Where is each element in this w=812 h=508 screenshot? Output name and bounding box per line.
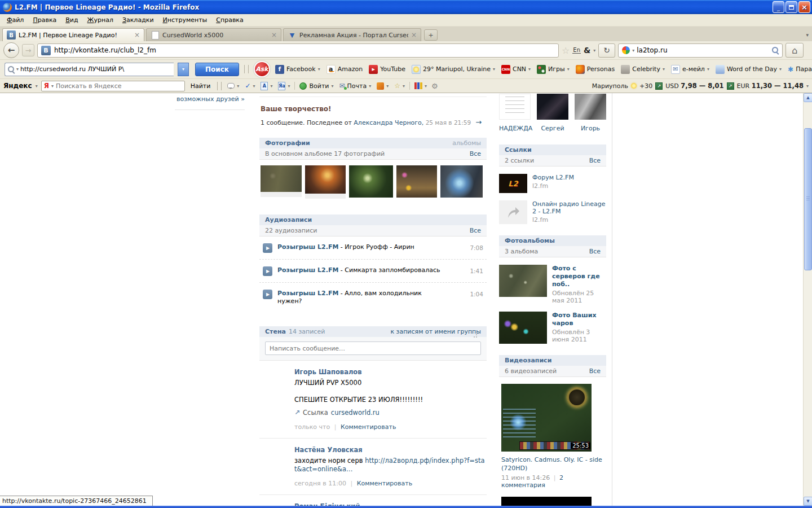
facebook-button[interactable]: f Facebook▾: [274, 64, 321, 75]
album-item[interactable]: Фото с серверов где поб.. Обновлён 25 ма…: [499, 265, 606, 304]
email-button[interactable]: ✉ е-мейл▾: [670, 64, 710, 75]
menu-tools[interactable]: Инструменты: [158, 15, 212, 25]
member-photo[interactable]: [575, 94, 606, 120]
cnn-button[interactable]: CNN CNN▾: [500, 64, 532, 75]
post-author-link[interactable]: Роман Білінський: [294, 502, 360, 506]
audio-all-link[interactable]: Все: [470, 227, 481, 234]
ask-search-dropdown[interactable]: ▾: [178, 63, 189, 76]
translate-button[interactable]: А▾: [259, 81, 273, 91]
toolbar-splitter[interactable]: [217, 82, 222, 90]
link-title[interactable]: Форум L2.FM: [532, 174, 574, 181]
videos-header[interactable]: Видеозаписи: [505, 357, 551, 364]
yandex-find-button[interactable]: Найти: [188, 82, 213, 90]
videos-all-link[interactable]: Все: [589, 367, 601, 375]
photo-thumbnail[interactable]: [396, 165, 437, 198]
topic-author-link[interactable]: Александра Черного,: [354, 119, 423, 126]
tab-close-icon[interactable]: ×: [134, 31, 140, 39]
forward-button[interactable]: →: [22, 44, 34, 56]
weather-button[interactable]: 29° Mariupol, Ukraine▾: [411, 64, 496, 75]
link-title[interactable]: Онлайн радио Lineage 2 - L2.FM: [532, 200, 606, 215]
eur-rate[interactable]: EUR 11,30 — 11,48: [737, 82, 804, 90]
member-item[interactable]: Игорь: [575, 94, 606, 132]
temperature[interactable]: +30: [639, 82, 652, 90]
audio-track[interactable]: ▶ Розыгрыш L2.FM - Алло, вам холодильник…: [259, 283, 487, 312]
link-item[interactable]: L2 Форум L2.FM l2.fm: [499, 174, 606, 193]
album-item[interactable]: Фото Ваших чаров Обновлён 3 июня 2011: [499, 312, 606, 344]
member-photo[interactable]: [537, 94, 568, 120]
scroll-down-button[interactable]: ▼: [804, 497, 812, 506]
video-thumbnail[interactable]: Что я Глад: [501, 497, 592, 506]
gear-icon[interactable]: ⚙: [431, 82, 438, 90]
topic-arrow-link[interactable]: →: [475, 118, 482, 126]
rates-caret-icon[interactable]: ▾: [806, 84, 809, 89]
usd-rate[interactable]: USD 7,98 — 8,01: [665, 82, 723, 90]
yandex-search-field[interactable]: Я ▾: [41, 81, 185, 91]
magnifier-icon[interactable]: [772, 47, 779, 54]
personas-button[interactable]: Personas: [575, 64, 616, 75]
photos-header[interactable]: Фотографии: [265, 139, 310, 147]
tab-close-icon[interactable]: ×: [271, 31, 277, 39]
back-button[interactable]: ←: [3, 42, 19, 58]
vertical-scrollbar[interactable]: ▲ ▼: [803, 93, 812, 506]
mail-button[interactable]: ✉Почта▾: [338, 81, 372, 91]
member-item[interactable]: НАДЕЖДА: [499, 94, 531, 132]
play-button[interactable]: ▶: [263, 290, 272, 299]
post-author-link[interactable]: Игорь Шаповалов: [294, 368, 362, 376]
member-name-link[interactable]: НАДЕЖДА: [499, 125, 532, 132]
city-label[interactable]: Мариуполь: [592, 82, 628, 90]
ask-search-button[interactable]: Поиск: [195, 63, 239, 76]
tab-close-icon[interactable]: ×: [411, 31, 417, 39]
photos-all-link[interactable]: Все: [470, 150, 481, 157]
audio-header[interactable]: Аудиозаписи: [265, 216, 312, 224]
widgets-button[interactable]: ▾: [413, 81, 428, 90]
translate-pair-button[interactable]: Яа▾: [277, 81, 291, 91]
comment-link[interactable]: Комментировать: [341, 423, 396, 431]
keyboard-layout-indicator[interactable]: En: [572, 47, 581, 54]
menu-view[interactable]: Вид: [61, 15, 82, 25]
ask-search-caret-icon[interactable]: ▾: [16, 67, 19, 72]
tab-portal[interactable]: ▼ Рекламная Акция - Портал CursedWorld ×: [283, 28, 421, 41]
play-button[interactable]: ▶: [263, 266, 272, 276]
links-header[interactable]: Ссылки: [505, 146, 532, 154]
audio-track[interactable]: ▶ Розыгрыш L2.FM - Игрок Руофф - Аирин 7…: [259, 237, 487, 260]
amazon-button[interactable]: a Amazon: [325, 64, 364, 75]
scroll-up-button[interactable]: ▲: [804, 93, 812, 102]
menu-history[interactable]: Журнал: [83, 15, 118, 25]
addon-icon[interactable]: &: [584, 46, 590, 55]
youtube-button[interactable]: ▶ YouTube: [368, 64, 407, 75]
comment-link[interactable]: Комментировать: [357, 480, 412, 487]
url-bar[interactable]: B: [37, 43, 559, 58]
video-thumbnail[interactable]: 25:53: [501, 384, 592, 452]
yandex-caret-icon[interactable]: ▾: [36, 84, 38, 89]
addon-caret-icon[interactable]: ▾: [593, 48, 595, 53]
topic-title-link[interactable]: Ваше творчество!: [261, 105, 331, 113]
search-engine-caret-icon[interactable]: ▾: [632, 48, 634, 53]
member-item[interactable]: Сергей: [537, 94, 568, 132]
attachment-link[interactable]: cursedworld.ru: [331, 409, 379, 417]
menu-bookmarks[interactable]: Закладки: [118, 15, 158, 25]
member-name-link[interactable]: Игорь: [581, 125, 600, 132]
video-title-link[interactable]: Satyricon. Cadmus. Oly. IC - side (720HD…: [501, 456, 606, 472]
member-photo[interactable]: [499, 94, 531, 120]
member-name-link[interactable]: Сергей: [541, 125, 564, 132]
menu-file[interactable]: Файл: [2, 15, 28, 25]
favorites-button[interactable]: ☆▾: [393, 81, 406, 91]
album-thumbnail[interactable]: [499, 312, 547, 344]
audio-artist-link[interactable]: Розыгрыш L2.FM: [277, 290, 338, 297]
post-author-link[interactable]: Настёна Уловская: [294, 446, 363, 454]
wall-group-posts-link[interactable]: к записям от имени группы: [390, 328, 481, 335]
tab-cursedworld[interactable]: CursedWorld x5000 ×: [146, 28, 281, 41]
photo-thumbnail[interactable]: [305, 165, 346, 194]
play-button[interactable]: ▶: [263, 243, 272, 253]
wall-count[interactable]: 14 записей: [289, 328, 325, 335]
search-bar[interactable]: ▾: [618, 43, 783, 58]
photos-button[interactable]: ▾: [376, 81, 390, 91]
yandex-search-input[interactable]: [56, 82, 182, 90]
bookmark-star-icon[interactable]: ☆: [562, 45, 570, 56]
tab-list-button[interactable]: ▾: [806, 32, 809, 38]
audio-track[interactable]: ▶ Розыгрыш L2.FM - Симкарта запломбирова…: [259, 260, 487, 283]
word-of-day-button[interactable]: Word of the Day▾: [714, 64, 783, 75]
album-title[interactable]: Фото Ваших чаров: [552, 312, 597, 327]
albums-label[interactable]: альбомы: [452, 139, 481, 147]
photo-thumbnail[interactable]: [440, 165, 483, 198]
